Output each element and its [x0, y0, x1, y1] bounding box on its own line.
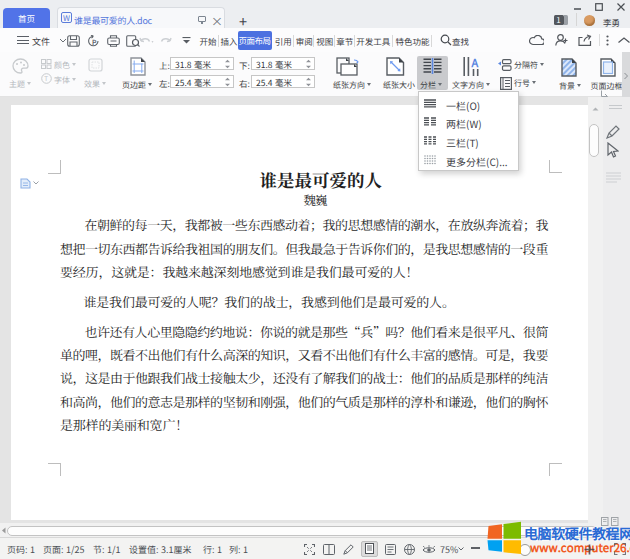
svg-text:T: T [44, 73, 48, 83]
svg-text:A: A [471, 57, 479, 70]
svg-text:P: P [92, 37, 97, 47]
